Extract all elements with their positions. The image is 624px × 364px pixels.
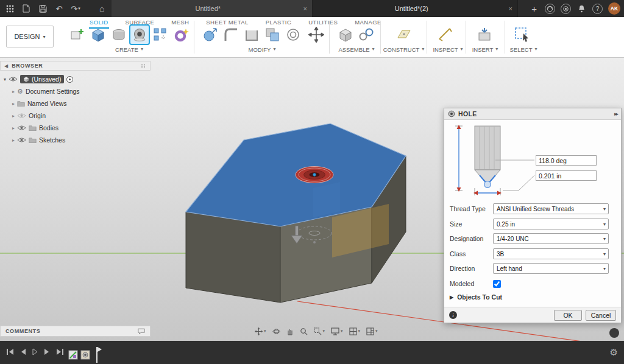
collapse-panel-icon[interactable]: ◀ — [4, 63, 8, 69]
modeled-checkbox[interactable] — [493, 280, 501, 288]
look-at-hand-tool[interactable] — [286, 327, 294, 335]
user-avatar[interactable]: AK — [608, 2, 620, 15]
hole-feature-highlight[interactable] — [296, 167, 333, 183]
select-tool-icon[interactable] — [513, 26, 531, 44]
expand-triangle-icon[interactable]: ▾ — [4, 77, 6, 82]
skip-to-start-button[interactable] — [6, 348, 14, 355]
viewports[interactable]: ▾ — [366, 327, 378, 335]
shell-icon[interactable] — [243, 26, 261, 44]
measure-icon[interactable] — [436, 26, 455, 44]
info-icon[interactable]: i — [449, 311, 457, 319]
file-menu-icon[interactable] — [21, 4, 31, 13]
modify-group-label[interactable]: MODIFY▾ — [201, 46, 323, 53]
close-tab-icon[interactable]: × — [303, 5, 307, 12]
tip-angle-input[interactable] — [536, 155, 597, 166]
app-grid-icon[interactable] — [5, 4, 15, 13]
close-tab-icon[interactable]: × — [509, 5, 512, 12]
expand-dialog-icon[interactable]: ▸▸ — [614, 111, 617, 117]
visibility-eye-icon[interactable] — [17, 113, 26, 119]
collapsed-triangle-icon[interactable]: ▸ — [12, 101, 15, 107]
chat-bubble-icon[interactable] — [609, 328, 619, 338]
skip-to-end-button[interactable] — [56, 348, 64, 355]
zoom-window-tool[interactable]: ▾ — [314, 327, 325, 335]
collapsed-triangle-icon[interactable]: ▸ — [12, 125, 15, 131]
help-icon[interactable]: ? — [592, 4, 603, 14]
ok-button[interactable]: OK — [554, 310, 582, 321]
sketch-feature-icon[interactable] — [68, 350, 78, 360]
insert-group-label[interactable]: INSERT▾ — [466, 46, 505, 53]
browser-item-sketches[interactable]: ▸ Sketches — [0, 134, 151, 146]
inspect-group-label[interactable]: INSPECT▾ — [427, 46, 469, 53]
panel-grip-icon[interactable] — [141, 62, 146, 69]
comment-bubble-icon[interactable] — [138, 328, 145, 335]
thread-type-select[interactable]: ANSI Unified Screw Threads ▾ — [493, 203, 609, 214]
press-pull-icon[interactable] — [201, 26, 219, 44]
joint-icon[interactable] — [357, 26, 375, 44]
activate-component-radio[interactable] — [66, 76, 73, 83]
extensions-icon[interactable] — [561, 4, 571, 14]
home-tab-icon[interactable]: ⌂ — [99, 0, 104, 17]
new-tab-icon[interactable]: + — [531, 4, 537, 14]
workspace-selector[interactable]: DESIGN ▾ — [6, 26, 54, 47]
component-cube-icon — [23, 76, 29, 82]
designation-select[interactable]: 1/4-20 UNC ▾ — [493, 233, 609, 244]
insert-icon[interactable] — [475, 26, 494, 44]
select-group-label[interactable]: SELECT▾ — [505, 46, 542, 53]
cancel-button[interactable]: Cancel — [586, 310, 616, 321]
comments-panel[interactable]: COMMENTS — [0, 326, 151, 337]
save-icon[interactable] — [38, 4, 48, 13]
visibility-eye-icon[interactable] — [17, 125, 26, 131]
browser-item-named-views[interactable]: ▸ Named Views — [0, 97, 151, 110]
create-group-label[interactable]: CREATE▾ — [68, 46, 190, 53]
visibility-eye-icon[interactable] — [17, 137, 26, 143]
step-back-button[interactable] — [20, 348, 26, 355]
class-select[interactable]: 3B ▾ — [493, 248, 609, 259]
play-button[interactable] — [32, 348, 38, 355]
undo-icon[interactable]: ↶ — [54, 4, 64, 13]
item-label: Origin — [29, 112, 46, 119]
collapsed-triangle-icon[interactable]: ▸ — [12, 138, 15, 143]
orbit-tool[interactable] — [272, 327, 280, 335]
coil-icon[interactable] — [172, 26, 190, 44]
construct-plane-icon[interactable] — [395, 26, 413, 44]
pan-tool[interactable]: ▾ — [255, 327, 266, 335]
document-tab-2-active[interactable]: Untitled*(2) × — [313, 0, 518, 17]
browser-header[interactable]: ◀ BROWSER — [0, 61, 151, 71]
zoom-tool[interactable] — [300, 327, 308, 335]
notifications-bell-icon[interactable] — [576, 4, 587, 14]
assemble-component-icon[interactable] — [336, 26, 355, 44]
document-tab-1[interactable]: Untitled* × — [112, 0, 313, 17]
hole-tool-icon-active[interactable] — [130, 26, 149, 44]
visibility-eye-icon[interactable] — [9, 76, 18, 82]
size-select[interactable]: 0.25 in ▾ — [493, 219, 609, 229]
redo-icon[interactable]: ↷▾ — [71, 4, 80, 13]
active-document-chip[interactable]: (Unsaved) — [20, 75, 64, 83]
browser-item-origin[interactable]: ▸ Origin — [0, 110, 151, 122]
new-component-icon[interactable] — [68, 26, 87, 44]
construct-group-label[interactable]: CONSTRUCT▾ — [375, 46, 433, 53]
display-settings[interactable]: ▾ — [331, 327, 343, 335]
extrude-icon[interactable] — [89, 26, 107, 44]
hole-center-point[interactable] — [313, 173, 316, 177]
hole-feature-icon[interactable] — [80, 350, 90, 360]
offset-face-icon[interactable] — [284, 26, 302, 44]
job-status-icon[interactable] — [545, 4, 555, 14]
hole-dialog-header[interactable]: HOLE ▸▸ — [444, 108, 621, 120]
collapsed-triangle-icon[interactable]: ▸ — [12, 113, 15, 119]
browser-item-bodies[interactable]: ▸ Bodies — [0, 122, 151, 134]
direction-select[interactable]: Left hand ▾ — [493, 263, 609, 274]
collapsed-triangle-icon[interactable]: ▸ — [12, 89, 15, 94]
timeline-position-marker[interactable] — [96, 347, 98, 363]
pattern-icon[interactable] — [151, 26, 169, 44]
browser-item-document-settings[interactable]: ▸ ⚙ Document Settings — [0, 85, 151, 97]
combine-icon[interactable] — [263, 26, 282, 44]
move-copy-icon[interactable] — [307, 26, 325, 44]
step-forward-button[interactable] — [44, 348, 51, 355]
fillet-icon[interactable] — [222, 26, 240, 44]
objects-to-cut-section[interactable]: ▶ Objects To Cut — [450, 293, 502, 301]
browser-root-row[interactable]: ▾ (Unsaved) — [0, 73, 151, 85]
timeline-settings-gear-icon[interactable]: ⚙ — [610, 347, 618, 358]
grid-and-snaps[interactable]: ▾ — [349, 327, 361, 335]
revolve-icon[interactable] — [110, 26, 128, 44]
hole-diameter-input[interactable] — [536, 170, 597, 181]
